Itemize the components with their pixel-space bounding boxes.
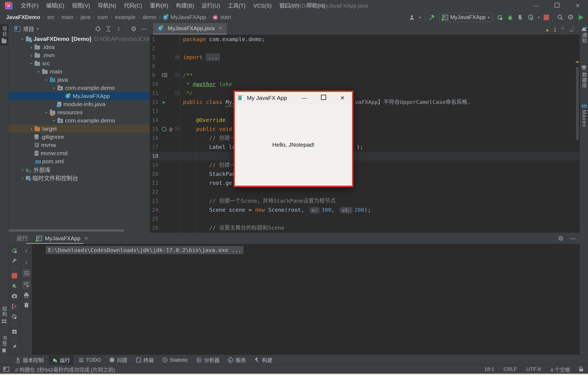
line-number[interactable]: 14: [152, 116, 158, 125]
inspections-widget[interactable]: ▲ 1 ⌃ ⌃: [545, 26, 573, 33]
editor-vscrollbar[interactable]: [576, 67, 579, 140]
line-number[interactable]: 24: [152, 205, 158, 214]
stripe-button-通知[interactable]: 通知: [580, 25, 588, 46]
stripe-button-结构[interactable]: 结构: [0, 304, 8, 325]
tool-window-button-终端[interactable]: 终端: [133, 355, 157, 365]
run-with-coverage-button[interactable]: [517, 14, 524, 21]
breadcrumb-item-myjavafxapp[interactable]: CMyJavaFXApp: [163, 14, 207, 20]
code-line-17[interactable]: 17 Label la);: [150, 143, 580, 152]
thread-dump-camera-icon[interactable]: [11, 293, 17, 299]
code-line-19[interactable]: 19 // 创建一个: [150, 161, 580, 170]
line-number[interactable]: 23: [152, 196, 158, 205]
line-number[interactable]: 26: [152, 223, 158, 232]
run-configuration-select[interactable]: MyJavaFXApp ▾: [439, 13, 493, 22]
tree-chevron-icon[interactable]: ›: [19, 167, 26, 173]
profiler-button[interactable]: [528, 14, 534, 21]
code-line-18[interactable]: 18: [150, 152, 580, 161]
code-line-2[interactable]: 2: [150, 44, 580, 53]
tree-row-module-info.java[interactable]: module-info.java: [8, 100, 150, 108]
collapse-all-icon[interactable]: [116, 26, 122, 32]
tool-window-button-TODO[interactable]: TODO: [75, 355, 105, 365]
run-line-icon[interactable]: ▶: [163, 98, 166, 107]
menu-item[interactable]: 重构(R): [146, 0, 172, 11]
line-number[interactable]: 3: [152, 53, 155, 62]
search-everywhere-icon[interactable]: [557, 14, 564, 21]
code-line-11[interactable]: 11− */: [150, 89, 580, 98]
breadcrumb-item-javafxdemo[interactable]: JavaFXDemo: [5, 14, 41, 20]
close-tab-icon[interactable]: ✕: [218, 25, 222, 31]
code-line-14[interactable]: 14 @Override: [150, 116, 580, 125]
javafx-app-window[interactable]: My JavaFX App — ✕ Hello, JNotepad!: [234, 91, 353, 187]
breadcrumb-item-src[interactable]: src: [47, 14, 55, 20]
line-number[interactable]: 21: [152, 179, 158, 187]
tree-chevron-icon[interactable]: ›: [44, 76, 50, 83]
tree-chevron-icon[interactable]: ›: [44, 109, 50, 116]
javafx-minimize-icon[interactable]: —: [295, 95, 314, 101]
tree-row-java[interactable]: ›java: [8, 76, 150, 84]
project-settings-gear-icon[interactable]: ⚙: [131, 25, 137, 33]
code-line-8[interactable]: 8: [150, 62, 580, 71]
javafx-maximize-icon[interactable]: [314, 95, 333, 101]
menu-item[interactable]: 工具(T): [224, 0, 250, 11]
tree-row-main[interactable]: ›main: [8, 67, 150, 76]
stop-process-button[interactable]: [12, 273, 17, 278]
close-run-tab-icon[interactable]: ✕: [84, 235, 88, 241]
tree-chevron-icon[interactable]: ›: [51, 117, 57, 124]
console-line[interactable]: E:\Downloads\CodesDownloads\jdk\jdk-17.0…: [46, 246, 243, 254]
menu-item[interactable]: 代码(C): [120, 0, 146, 11]
line-number[interactable]: 18: [152, 152, 158, 161]
close-window-icon[interactable]: ✕: [567, 2, 588, 9]
stripe-button-Maven[interactable]: mMaven: [580, 102, 588, 130]
javafx-window-titlebar[interactable]: My JavaFX App — ✕: [235, 92, 352, 104]
next-problem-icon[interactable]: ⌃: [569, 26, 573, 33]
fold-minus-icon[interactable]: −: [175, 73, 179, 77]
tree-chevron-icon[interactable]: ›: [28, 60, 35, 67]
hide-panel-icon[interactable]: —: [141, 25, 147, 32]
stripe-button-数据库[interactable]: 数据库: [580, 63, 588, 91]
tool-window-button-分析器[interactable]: 分析器: [193, 355, 223, 365]
tree-row-.gitignore[interactable]: .gitignore: [8, 133, 150, 141]
tool-window-button-运行[interactable]: 运行: [49, 355, 74, 365]
stop-button[interactable]: [544, 15, 549, 20]
tree-row-MyJavaFXApp[interactable]: MyJavaFXApp: [8, 92, 150, 100]
line-number[interactable]: 15: [152, 125, 158, 134]
tree-chevron-icon[interactable]: ›: [51, 85, 57, 91]
fold-minus-icon[interactable]: −: [175, 127, 179, 131]
tab-myjavafxapp-java[interactable]: C MyJavaFXApp.java ✕: [153, 23, 227, 35]
code-line-26[interactable]: 26 // 设置主舞台的标题和Scene: [150, 223, 580, 232]
minimize-window-icon[interactable]: —: [526, 3, 547, 9]
code-editor[interactable]: 1package com.example.demo;23+import ...8…: [150, 35, 580, 233]
print-console-icon[interactable]: [23, 292, 29, 298]
line-number[interactable]: 9: [152, 71, 155, 80]
line-number[interactable]: 17: [152, 143, 158, 152]
breadcrumb-item-start[interactable]: mstart: [213, 14, 232, 20]
user-dropdown-icon[interactable]: ▾: [419, 15, 421, 20]
tree-row-mvnw.cmd[interactable]: mvnw.cmd: [8, 149, 150, 157]
file-encoding[interactable]: UTF-8: [526, 366, 541, 372]
breadcrumb-item-demo[interactable]: demo: [142, 14, 157, 20]
code-line-9[interactable]: 9−/**: [150, 71, 580, 80]
run-settings-gear-icon[interactable]: ⚙: [558, 235, 564, 242]
tree-chevron-icon[interactable]: ›: [19, 175, 26, 181]
code-line-1[interactable]: 1package com.example.demo;: [150, 35, 580, 44]
javafx-close-icon[interactable]: ✕: [333, 95, 352, 101]
tool-window-button-版本控制[interactable]: 版本控制: [12, 355, 47, 365]
line-separator[interactable]: CRLF: [504, 366, 517, 372]
scroll-up-icon[interactable]: ↑: [25, 248, 28, 255]
menu-item[interactable]: 构建(B): [172, 0, 198, 11]
run-console-tab[interactable]: MyJavaFXApp ✕: [32, 233, 92, 244]
run-button[interactable]: [497, 14, 503, 21]
tree-row-resources[interactable]: ›resources: [8, 108, 150, 116]
fold-end-icon[interactable]: −: [175, 91, 179, 95]
tree-row-临时文件和控制台[interactable]: ›临时文件和控制台: [8, 174, 150, 182]
tree-row-JavaFXDemo[interactable]: ›JavaFXDemo[Demo]D:\IDEAProjects\JCNCPro…: [8, 35, 150, 43]
project-view-dropdown-icon[interactable]: ▾: [37, 27, 39, 31]
tree-row-com.example.demo[interactable]: ›com.example.demo: [8, 84, 150, 92]
line-number[interactable]: 13: [152, 107, 158, 116]
layout-icon[interactable]: [3, 367, 9, 372]
run-console-output[interactable]: E:\Downloads\CodesDownloads\jdk\jdk-17.0…: [32, 244, 580, 355]
tool-window-button-构建[interactable]: 构建: [251, 355, 276, 365]
code-line-20[interactable]: 20 StackPane: [150, 170, 580, 179]
tree-row-target[interactable]: ›target: [8, 125, 150, 133]
settings-gear-icon[interactable]: ⚙: [567, 14, 574, 21]
